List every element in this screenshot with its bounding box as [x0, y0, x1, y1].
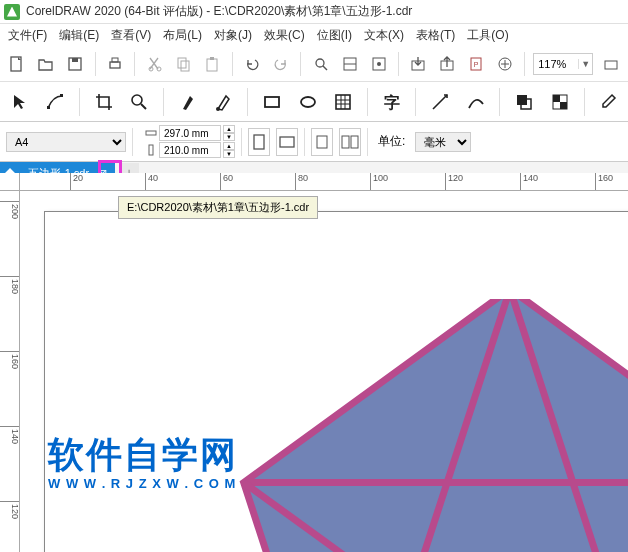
- paper-size-select[interactable]: A4: [6, 132, 126, 152]
- menu-layout[interactable]: 布局(L): [163, 27, 202, 44]
- zoom-tool[interactable]: [126, 88, 154, 116]
- ruler-h-tick: 80: [295, 173, 308, 191]
- publish-button[interactable]: P: [465, 52, 488, 76]
- menu-edit[interactable]: 编辑(E): [59, 27, 99, 44]
- pentagon-shape[interactable]: [230, 299, 628, 552]
- canvas-area[interactable]: 软件自学网 W W W . R J Z X W . C O M: [20, 191, 628, 552]
- menu-table[interactable]: 表格(T): [416, 27, 455, 44]
- window-title: CorelDRAW 2020 (64-Bit 评估版) - E:\CDR2020…: [26, 3, 412, 20]
- ruler-h-tick: 60: [220, 173, 233, 191]
- menu-effects[interactable]: 效果(C): [264, 27, 305, 44]
- ruler-h-tick: 140: [520, 173, 538, 191]
- svg-rect-40: [553, 95, 560, 102]
- svg-rect-47: [342, 136, 349, 148]
- menu-view[interactable]: 查看(V): [111, 27, 151, 44]
- cut-button[interactable]: [143, 52, 166, 76]
- menu-tools[interactable]: 工具(O): [467, 27, 508, 44]
- copy-button[interactable]: [172, 52, 195, 76]
- page-width-input[interactable]: [159, 125, 221, 141]
- toolbox: 字: [0, 82, 628, 122]
- watermark-url: W W W . R J Z X W . C O M: [48, 476, 238, 491]
- zoom-input-group[interactable]: ▼: [533, 53, 593, 75]
- save-button[interactable]: [64, 52, 87, 76]
- height-up[interactable]: ▲: [223, 142, 235, 150]
- width-icon: [145, 127, 157, 139]
- page-dimensions: ▲▼ ▲▼: [145, 125, 235, 158]
- unit-select[interactable]: 毫米: [415, 132, 471, 152]
- svg-rect-3: [110, 62, 120, 68]
- pages-single[interactable]: [311, 128, 333, 156]
- artistic-tool[interactable]: [210, 88, 238, 116]
- svg-point-27: [216, 107, 220, 111]
- page-height-input[interactable]: [159, 142, 221, 158]
- undo-button[interactable]: [241, 52, 264, 76]
- ruler-corner: [0, 173, 20, 191]
- height-down[interactable]: ▼: [223, 150, 235, 158]
- svg-rect-43: [149, 145, 153, 155]
- redo-button[interactable]: [270, 52, 293, 76]
- svg-line-12: [323, 66, 327, 70]
- orientation-portrait[interactable]: [248, 128, 270, 156]
- menu-bitmap[interactable]: 位图(I): [317, 27, 352, 44]
- freehand-tool[interactable]: [174, 88, 202, 116]
- rectangle-tool[interactable]: [258, 88, 286, 116]
- polygon-tool[interactable]: [329, 88, 357, 116]
- menu-file[interactable]: 文件(F): [8, 27, 47, 44]
- svg-rect-24: [60, 94, 63, 97]
- ruler-h-tick: 100: [370, 173, 388, 191]
- height-icon: [145, 144, 157, 156]
- svg-rect-28: [265, 97, 279, 107]
- export-button[interactable]: [436, 52, 459, 76]
- svg-rect-2: [72, 58, 78, 62]
- menubar: 文件(F) 编辑(E) 查看(V) 布局(L) 对象(J) 效果(C) 位图(I…: [0, 24, 628, 46]
- import-button[interactable]: [407, 52, 430, 76]
- cloud-button[interactable]: [493, 52, 516, 76]
- svg-rect-37: [517, 95, 527, 105]
- svg-point-29: [301, 97, 315, 107]
- svg-rect-10: [210, 57, 214, 60]
- ruler-h-tick: 120: [445, 173, 463, 191]
- connector-tool[interactable]: [462, 88, 490, 116]
- search-button[interactable]: [309, 52, 332, 76]
- pages-facing[interactable]: [339, 128, 361, 156]
- crop-tool[interactable]: [90, 88, 118, 116]
- svg-rect-45: [280, 137, 294, 147]
- ellipse-tool[interactable]: [294, 88, 322, 116]
- shadow-tool[interactable]: [510, 88, 538, 116]
- shape-tool[interactable]: [42, 88, 70, 116]
- transparency-tool[interactable]: [546, 88, 574, 116]
- zoom-input[interactable]: [534, 58, 578, 70]
- standard-toolbar: P ▼: [0, 46, 628, 82]
- svg-text:字: 字: [384, 93, 400, 111]
- svg-text:P: P: [474, 61, 479, 68]
- ruler-vertical: 200 180 160 140 120: [0, 191, 20, 552]
- svg-rect-42: [146, 131, 156, 135]
- orientation-landscape[interactable]: [276, 128, 298, 156]
- menu-object[interactable]: 对象(J): [214, 27, 252, 44]
- open-button[interactable]: [35, 52, 58, 76]
- pick-tool[interactable]: [6, 88, 34, 116]
- menu-text[interactable]: 文本(X): [364, 27, 404, 44]
- svg-rect-23: [47, 106, 50, 109]
- eyedropper-tool[interactable]: [595, 88, 623, 116]
- new-button[interactable]: [6, 52, 29, 76]
- watermark-text: 软件自学网: [48, 431, 238, 480]
- ruler-horizontal: 20 40 60 80 100 120 140 160: [20, 173, 628, 191]
- zoom-dropdown-icon[interactable]: ▼: [578, 59, 592, 69]
- width-up[interactable]: ▲: [223, 125, 235, 133]
- tool-b-button[interactable]: [367, 52, 390, 76]
- paste-button[interactable]: [201, 52, 224, 76]
- text-tool[interactable]: 字: [378, 88, 406, 116]
- print-button[interactable]: [103, 52, 126, 76]
- tool-c-button[interactable]: [599, 52, 622, 76]
- width-down[interactable]: ▼: [223, 133, 235, 141]
- dimension-tool[interactable]: [426, 88, 454, 116]
- ruler-v-tick: 120: [0, 501, 20, 519]
- svg-point-11: [316, 59, 324, 67]
- tool-a-button[interactable]: [338, 52, 361, 76]
- svg-rect-30: [336, 95, 350, 109]
- tooltip: E:\CDR2020\素材\第1章\五边形-1.cdr: [118, 196, 318, 219]
- svg-rect-9: [207, 59, 217, 71]
- ruler-v-tick: 140: [0, 426, 20, 444]
- ruler-h-tick: 40: [145, 173, 158, 191]
